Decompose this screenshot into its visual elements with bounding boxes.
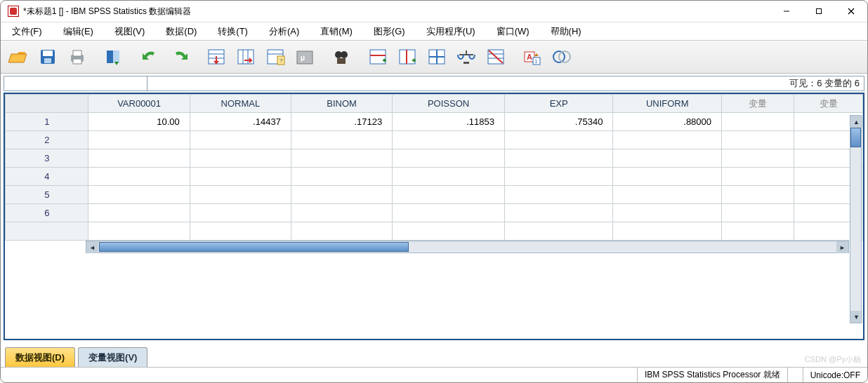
cell[interactable] [393, 168, 505, 186]
scroll-right-icon[interactable]: ► [836, 241, 848, 253]
row-header[interactable]: 6 [6, 204, 88, 222]
cell[interactable] [88, 149, 190, 168]
cell[interactable] [504, 168, 613, 186]
cell[interactable] [722, 131, 794, 149]
cell[interactable] [291, 149, 392, 168]
col-header-binom[interactable]: BINOM [291, 95, 392, 113]
variables-icon[interactable]: ? [262, 44, 289, 69]
menu-help[interactable]: 帮助(H) [544, 23, 594, 40]
minimize-button[interactable] [770, 1, 803, 22]
split-file-icon[interactable] [423, 44, 450, 69]
col-header-exp[interactable]: EXP [504, 95, 613, 113]
cell[interactable] [88, 168, 190, 186]
cell[interactable] [613, 131, 722, 149]
cell[interactable] [504, 222, 613, 241]
vertical-scrollbar[interactable]: ▲ ▼ [850, 115, 862, 323]
menu-view[interactable]: 视图(V) [107, 23, 157, 40]
cell[interactable] [722, 186, 794, 204]
cell[interactable] [504, 131, 613, 149]
menu-window[interactable]: 窗口(W) [489, 23, 542, 40]
vscroll-thumb[interactable] [850, 128, 861, 147]
cell[interactable] [190, 168, 291, 186]
col-header-poisson[interactable]: POISSON [393, 95, 505, 113]
cell[interactable] [613, 168, 722, 186]
cell[interactable] [88, 222, 190, 241]
corner-cell[interactable] [6, 95, 88, 113]
row-header[interactable] [6, 222, 88, 241]
hscroll-thumb[interactable] [99, 242, 409, 252]
insert-cases-icon[interactable] [364, 44, 391, 69]
scroll-down-icon[interactable]: ▼ [850, 311, 862, 323]
menu-analyze[interactable]: 分析(A) [262, 23, 312, 40]
cell[interactable] [291, 131, 392, 149]
cell[interactable] [722, 222, 794, 241]
value-labels-icon[interactable]: A1 [519, 44, 546, 69]
save-icon[interactable] [34, 44, 61, 69]
cell[interactable] [393, 204, 505, 222]
col-header-empty[interactable]: 变量 [794, 95, 863, 113]
undo-icon[interactable] [137, 44, 164, 69]
run-descriptives-icon[interactable]: μ [291, 44, 318, 69]
cell[interactable] [613, 186, 722, 204]
cell[interactable]: .14437 [190, 113, 291, 131]
menu-graphs[interactable]: 图形(G) [367, 23, 418, 40]
cell[interactable] [504, 149, 613, 168]
goto-case-icon[interactable] [203, 44, 230, 69]
cell[interactable]: .88000 [613, 113, 722, 131]
horizontal-scrollbar[interactable]: ◄ ► [86, 241, 849, 253]
cell[interactable] [613, 149, 722, 168]
cell[interactable] [190, 131, 291, 149]
cell[interactable] [190, 186, 291, 204]
cell[interactable]: .11853 [393, 113, 505, 131]
cell[interactable] [393, 186, 505, 204]
cell[interactable]: 10.00 [88, 113, 190, 131]
close-button[interactable] [835, 1, 867, 22]
cell[interactable] [613, 222, 722, 241]
scroll-left-icon[interactable]: ◄ [86, 241, 98, 253]
data-table[interactable]: VAR00001 NORMAL BINOM POISSON EXP UNIFOR… [5, 94, 863, 241]
use-sets-icon[interactable] [548, 44, 575, 69]
cell-reference-box[interactable] [4, 76, 147, 90]
menu-file[interactable]: 文件(F) [5, 23, 55, 40]
maximize-button[interactable] [803, 1, 835, 22]
cell[interactable] [291, 168, 392, 186]
cell[interactable] [393, 149, 505, 168]
row-header[interactable]: 3 [6, 149, 88, 168]
cell[interactable] [291, 204, 392, 222]
menu-edit[interactable]: 编辑(E) [56, 23, 106, 40]
col-header-uniform[interactable]: UNIFORM [613, 95, 722, 113]
weight-cases-icon[interactable] [453, 44, 480, 69]
row-header[interactable]: 2 [6, 131, 88, 149]
cell[interactable]: .17123 [291, 113, 392, 131]
recall-dialog-icon[interactable] [100, 44, 127, 69]
col-header-var00001[interactable]: VAR00001 [88, 95, 190, 113]
cell[interactable] [393, 131, 505, 149]
cell[interactable] [190, 222, 291, 241]
print-icon[interactable] [64, 44, 91, 69]
menu-transform[interactable]: 转换(T) [211, 23, 261, 40]
cell[interactable] [291, 186, 392, 204]
cell[interactable] [613, 204, 722, 222]
cell[interactable] [291, 222, 392, 241]
cell[interactable] [88, 131, 190, 149]
tab-data-view[interactable]: 数据视图(D) [5, 347, 75, 367]
scroll-up-icon[interactable]: ▲ [850, 116, 862, 128]
goto-var-icon[interactable] [232, 44, 259, 69]
open-icon[interactable] [5, 44, 32, 69]
row-header[interactable]: 4 [6, 168, 88, 186]
cell[interactable] [722, 149, 794, 168]
menu-utilities[interactable]: 实用程序(U) [419, 23, 488, 40]
cell[interactable] [88, 204, 190, 222]
cell[interactable] [190, 204, 291, 222]
cell[interactable]: .75340 [504, 113, 613, 131]
cell[interactable] [190, 149, 291, 168]
cell[interactable] [88, 186, 190, 204]
select-cases-icon[interactable] [482, 44, 509, 69]
row-header[interactable]: 5 [6, 186, 88, 204]
cell[interactable] [504, 186, 613, 204]
menu-data[interactable]: 数据(D) [159, 23, 209, 40]
col-header-empty[interactable]: 变量 [722, 95, 794, 113]
insert-variable-icon[interactable] [394, 44, 421, 69]
redo-icon[interactable] [166, 44, 193, 69]
menu-direct[interactable]: 直销(M) [313, 23, 365, 40]
